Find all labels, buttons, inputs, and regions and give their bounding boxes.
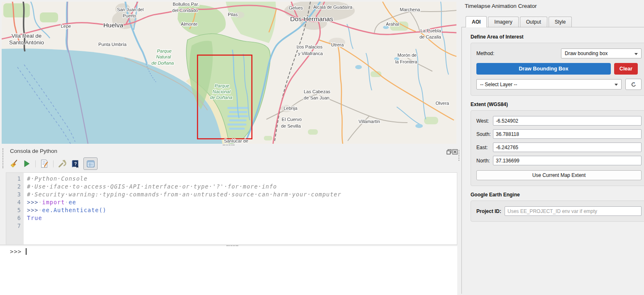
map-label: Natural: [156, 54, 171, 59]
line-number: 6: [6, 214, 24, 222]
map-label: de Sevilla: [281, 123, 301, 128]
extent-field-label: South:: [476, 131, 493, 137]
refresh-icon: [631, 82, 637, 87]
map-label: Punta Umbría: [98, 42, 127, 47]
tab-page-aoi: Define Area of Interest Method: Draw bou…: [461, 27, 644, 294]
chevron-down-icon: [634, 53, 638, 55]
map-label: Olvera: [436, 101, 449, 106]
map-label: San Juan del: [117, 7, 144, 12]
text-cursor: [26, 248, 27, 255]
project-id-input[interactable]: [505, 206, 642, 216]
input-prompt: >>>: [10, 248, 22, 255]
run-command-icon[interactable]: [22, 159, 31, 168]
console-line: 1#·Python·Console: [6, 175, 457, 183]
console-line: 7: [6, 222, 457, 230]
method-label: Method:: [476, 51, 494, 56]
map-label: Alcalá de Guadaíra: [313, 5, 353, 10]
line-number: 3: [6, 191, 24, 198]
console-output-lines: 1#·Python·Console2#·Use·iface·to·access·…: [6, 173, 457, 230]
line-number: 7: [6, 222, 24, 230]
map-label: Bollullos Par.: [173, 2, 199, 7]
console-line: 5>>>·ee.Authenticate(): [6, 206, 457, 214]
map-label: Arahal: [386, 22, 399, 27]
map-canvas[interactable]: San Juan delPuertoBollullos Par.del Cond…: [2, 2, 456, 144]
panel-title: Timelapse Animation Creator: [461, 0, 644, 9]
extent-field-label: North:: [476, 158, 493, 164]
extent-groupbox: West:South:East:North: Use Current Map E…: [471, 110, 644, 186]
method-dropdown[interactable]: Draw bounding box: [561, 48, 642, 58]
toolbar-separator: [53, 160, 54, 167]
map-label: Dos Hermanas: [290, 15, 333, 22]
options-icon[interactable]: [58, 159, 67, 168]
map-label: Nacional: [213, 89, 231, 94]
extent-field-label: East:: [476, 145, 493, 150]
layer-select-value: -- Select Layer --: [480, 82, 517, 87]
map-label: del Condado: [172, 8, 198, 13]
map-label: Lebrija: [283, 106, 298, 111]
map-label: La Puebla: [420, 28, 441, 33]
show-editor-icon[interactable]: [40, 159, 49, 168]
map-console-splitter[interactable]: [223, 145, 234, 145]
gee-section-heading: Google Earth Engine: [471, 192, 644, 198]
console-line: 2#·Use·iface·to·access·QGIS·API·interfac…: [6, 183, 457, 191]
extent-section-heading: Extent (WGS84): [471, 102, 644, 107]
map-label: Puerto: [123, 13, 136, 18]
python-console-panel: Consola de Python: [0, 146, 457, 295]
draw-bounding-box-button[interactable]: Draw Bounding Box: [476, 63, 611, 75]
method-dropdown-value: Draw bounding box: [565, 51, 607, 56]
project-id-label: Project ID:: [476, 208, 501, 214]
aoi-section-heading: Define Area of Interest: [471, 34, 644, 40]
map-label: Villamartín: [359, 119, 380, 124]
layer-select-dropdown[interactable]: -- Select Layer --: [476, 79, 622, 89]
gee-groupbox: Project ID:: [471, 201, 644, 222]
map-label: Huelva: [103, 22, 124, 29]
console-line: 3#·Security·warning:·typing·commands·fro…: [6, 191, 457, 198]
extent-field-label: West:: [476, 118, 493, 124]
map-label: y Villafranca: [298, 51, 323, 56]
extent-field-input[interactable]: [493, 129, 642, 139]
console-input-area[interactable]: >>>: [0, 246, 457, 295]
clear-button[interactable]: Clear: [614, 63, 638, 75]
line-number: 4: [6, 198, 24, 206]
refresh-layers-button[interactable]: [625, 79, 642, 90]
line-number: 1: [6, 175, 24, 183]
extent-row: West:: [476, 116, 642, 126]
line-number: 5: [6, 206, 24, 214]
map-label: de San Juan: [304, 95, 329, 100]
console-line: 4>>>·import·ee: [6, 198, 457, 206]
extent-field-input[interactable]: [493, 143, 642, 152]
console-toggle-icon[interactable]: [83, 157, 98, 170]
clear-console-icon[interactable]: [9, 159, 18, 168]
map-label: Sanlúcar de: [224, 138, 249, 143]
tab-output[interactable]: Output: [520, 17, 547, 27]
timelapse-panel: Timelapse Animation Creator AOIImageryOu…: [461, 0, 644, 295]
extent-field-input[interactable]: [493, 116, 642, 126]
extent-row: East:: [476, 143, 642, 152]
help-icon[interactable]: ?: [71, 159, 80, 168]
close-icon[interactable]: [452, 149, 458, 155]
svg-text:?: ?: [74, 161, 76, 166]
map-label: Los Palacios: [297, 44, 323, 49]
map-svg: San Juan delPuertoBollullos Par.del Cond…: [2, 2, 456, 144]
extent-fields: West:South:East:North:: [476, 116, 642, 165]
extent-field-input[interactable]: [493, 156, 642, 165]
console-drag-handle[interactable]: [2, 148, 3, 168]
panel-resize-handle[interactable]: [459, 150, 459, 161]
map-label: la Frontera: [395, 59, 417, 64]
extent-row: South:: [476, 129, 642, 139]
console-output-editor[interactable]: 1#·Python·Console2#·Use·iface·to·access·…: [6, 172, 457, 245]
use-current-map-extent-button[interactable]: Use Current Map Extent: [476, 170, 642, 180]
line-number: 2: [6, 183, 24, 191]
tab-aoi[interactable]: AOI: [466, 16, 487, 27]
map-label: de Doñana: [210, 95, 232, 100]
tab-style[interactable]: Style: [549, 17, 572, 27]
chevron-down-icon: [615, 84, 618, 86]
float-icon[interactable]: [446, 149, 452, 155]
qgis-window: { "map": { "aoi_box": {"x": 476, "y": 13…: [0, 0, 644, 295]
aoi-groupbox: Method: Draw bounding box Draw Bounding …: [471, 43, 644, 96]
map-label: Gelves: [289, 5, 303, 10]
map-label: Parque: [215, 83, 229, 88]
tab-imagery[interactable]: Imagery: [488, 17, 518, 27]
map-label: Marchena: [400, 7, 421, 12]
map-label: El Cuervo: [282, 117, 302, 122]
